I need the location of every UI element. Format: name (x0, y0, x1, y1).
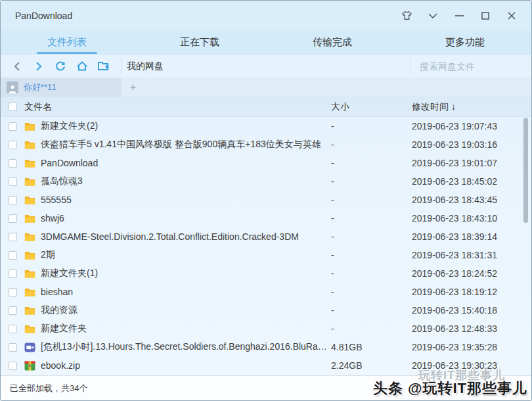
table-row[interactable]: [危机13小时].13.Hours.The.Secret.Soldiers.of… (1, 338, 531, 356)
file-name: 新建文件夹(2) (41, 120, 98, 132)
row-checkbox[interactable] (9, 141, 17, 149)
header-size[interactable]: 大小 (331, 101, 412, 113)
file-modified: 2019-06-23 18:24:52 (412, 268, 531, 279)
row-name-cell: 2期 (24, 249, 331, 261)
table-row[interactable]: bieshan - 2019-06-23 18:19:12 (1, 283, 531, 301)
row-checkbox[interactable] (9, 270, 17, 278)
file-name: 3DMGAME-Steel.Division.2.Total.Conflict.… (41, 231, 299, 242)
file-size: - (331, 176, 412, 187)
active-tab-underline (37, 52, 97, 54)
row-name-cell: 新建文件夹(1) (24, 268, 331, 279)
tab-transfer-complete[interactable]: 传输完成 (266, 30, 399, 54)
file-size: - (331, 195, 412, 205)
refresh-icon[interactable] (51, 58, 70, 75)
file-size: - (331, 268, 412, 279)
file-modified: 2019-06-23 18:43:45 (412, 195, 531, 205)
row-checkbox[interactable] (9, 233, 17, 241)
close-button[interactable] (499, 5, 525, 26)
window-title: PanDownload (15, 11, 72, 21)
account-strip: 你好**11 + (1, 78, 531, 97)
file-size: 2.24GB (331, 360, 412, 371)
folder-icon (24, 250, 35, 260)
file-name: PanDownload (41, 158, 98, 168)
tab-more-features[interactable]: 更多功能 (399, 30, 531, 54)
table-row[interactable]: 3DMGAME-Steel.Division.2.Total.Conflict.… (1, 227, 531, 246)
video-file-icon (24, 342, 35, 352)
breadcrumb[interactable]: 我的网盘 (127, 60, 164, 72)
row-checkbox[interactable] (9, 122, 17, 131)
row-checkbox[interactable] (9, 159, 17, 168)
row-checkbox[interactable] (9, 288, 17, 296)
file-list: 新建文件夹(2) - 2019-06-23 19:07:43 侠盗猎车手5 v1… (1, 117, 531, 375)
table-row[interactable]: shwj6 - 2019-06-23 18:43:10 (1, 209, 531, 227)
title-bar[interactable]: PanDownload (1, 1, 531, 30)
table-row[interactable]: 新建文件夹(1) - 2019-06-23 18:24:52 (1, 264, 531, 283)
table-row[interactable]: PanDownload - 2019-06-23 19:01:07 (1, 154, 531, 172)
row-name-cell: bieshan (24, 287, 331, 297)
row-checkbox[interactable] (9, 251, 17, 260)
row-checkbox-cell (1, 122, 24, 131)
back-icon[interactable] (7, 58, 27, 75)
row-checkbox-cell (1, 159, 24, 168)
row-checkbox-cell (1, 288, 24, 296)
chevron-down-icon[interactable] (420, 5, 446, 26)
header-name[interactable]: 文件名 (24, 101, 331, 113)
home-icon[interactable] (72, 58, 92, 75)
file-modified: 2019-06-23 18:31:31 (412, 250, 531, 260)
file-size: - (331, 287, 412, 297)
folder-icon (24, 140, 35, 150)
header-modified[interactable]: 修改时间↓ (412, 101, 531, 113)
row-checkbox[interactable] (9, 325, 17, 333)
main-tabs: 文件列表 正在下载 传输完成 更多功能 (1, 30, 531, 55)
folder-icon (24, 214, 35, 224)
header-name-label: 文件名 (24, 101, 52, 113)
file-size: - (331, 121, 412, 131)
table-row[interactable]: 新建文件夹(2) - 2019-06-23 19:07:43 (1, 117, 531, 135)
table-row[interactable]: 新建文件夹 - 2019-06-23 12:48:33 (1, 319, 531, 338)
file-modified: 2019-06-23 18:45:02 (412, 176, 531, 187)
row-checkbox-cell (1, 306, 24, 315)
tab-label: 传输完成 (313, 36, 352, 49)
forward-icon[interactable] (29, 58, 49, 75)
file-size: - (331, 213, 412, 224)
table-row[interactable]: 我的资源 - 2019-06-23 15:40:18 (1, 301, 531, 319)
add-account-button[interactable]: + (122, 78, 144, 97)
row-checkbox-cell (1, 141, 24, 149)
row-checkbox[interactable] (9, 362, 17, 370)
minimize-button[interactable] (446, 5, 472, 26)
maximize-button[interactable] (472, 5, 499, 26)
row-checkbox-cell (1, 251, 24, 260)
search-input[interactable] (420, 61, 532, 72)
row-name-cell: 侠盗猎车手5 v1.41中国风终极版 整合版900辆真车+183位美女与英雄 (24, 139, 331, 151)
select-all-checkbox[interactable] (9, 103, 17, 111)
theme-skin-icon[interactable] (393, 5, 420, 26)
row-checkbox-cell (1, 362, 24, 370)
status-bar: 已全部加载，共34个 玩转IT那些事儿 头条 @玩转IT那些事儿 (1, 375, 531, 400)
table-row[interactable]: 2期 - 2019-06-23 18:31:31 (1, 246, 531, 264)
tab-file-list[interactable]: 文件列表 (1, 30, 133, 54)
row-checkbox[interactable] (9, 196, 17, 204)
search-box (410, 55, 531, 78)
file-size: - (331, 250, 412, 260)
row-name-cell: PanDownload (24, 158, 331, 168)
row-name-cell: 新建文件夹(2) (24, 120, 331, 132)
row-checkbox[interactable] (9, 177, 17, 186)
header-modified-label: 修改时间 (412, 101, 449, 112)
table-row[interactable]: 侠盗猎车手5 v1.41中国风终极版 整合版900辆真车+183位美女与英雄 -… (1, 135, 531, 154)
row-checkbox[interactable] (9, 214, 17, 223)
table-row[interactable]: 孤岛惊魂3 - 2019-06-23 18:45:02 (1, 172, 531, 191)
account-tab[interactable]: 你好**11 (1, 78, 122, 97)
tab-label: 正在下载 (180, 36, 219, 49)
new-folder-icon[interactable] (94, 58, 114, 75)
tab-downloading[interactable]: 正在下载 (133, 30, 266, 54)
scrollbar-thumb[interactable] (523, 118, 528, 223)
row-checkbox[interactable] (9, 343, 17, 352)
file-name: 555555 (41, 195, 72, 205)
file-name: 2期 (41, 249, 55, 261)
folder-icon (24, 287, 35, 297)
row-checkbox-cell (1, 233, 24, 241)
file-size: - (331, 139, 412, 150)
table-row[interactable]: 555555 - 2019-06-23 18:43:45 (1, 191, 531, 209)
row-checkbox[interactable] (9, 306, 17, 315)
toolbar-divider (121, 60, 122, 73)
